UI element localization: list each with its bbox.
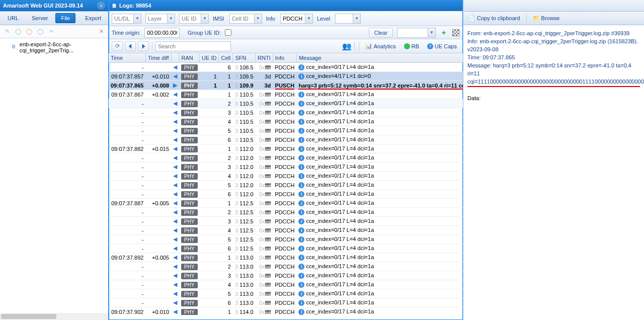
time-origin-input[interactable] (144, 28, 180, 38)
chevron-down-icon[interactable]: ▼ (167, 14, 175, 23)
table-row[interactable]: -◀PHY33 112.00xffffPDCCHicce_index=0/17 … (109, 163, 463, 172)
imsi-label: IMSI (213, 16, 224, 22)
ueid-combo[interactable]: ▼ (179, 14, 209, 24)
search-input[interactable] (155, 41, 231, 51)
col-header[interactable]: Message (296, 53, 463, 63)
tree-item[interactable]: 🗎 enb-export-2-6cc-ap-cqi_trigger_2perTr… (2, 40, 106, 54)
direction-icon: ◀ (173, 227, 177, 233)
main-panel: 🗎 Logs: 98854 ▼ ▼ ▼ IMSI ▼ Info ▼ Level … (109, 0, 463, 320)
table-row[interactable]: -◀PHY53 112.00xffffPDCCHicce_index=0/17 … (109, 181, 463, 190)
level-label: Level (317, 16, 330, 22)
col-header[interactable]: SFN (233, 53, 256, 63)
tab-file[interactable]: File (55, 13, 75, 23)
table-row[interactable]: 09:07:37.882+0.015◀PHY13 112.00xffffPDCC… (109, 144, 463, 153)
log-grid[interactable]: TimeTime diffRANUE IDCellSFNRNTIInfoMess… (109, 53, 463, 315)
circle-green-icon[interactable]: ◯ (14, 28, 22, 36)
col-header[interactable]: RNTI (256, 53, 273, 63)
direction-icon: ◀ (173, 308, 177, 314)
chevron-down-icon[interactable]: ▼ (353, 14, 360, 23)
copy-button[interactable]: 📄Copy to clipboard (465, 14, 523, 23)
tab-server[interactable]: Server (26, 13, 53, 23)
group-ue-checkbox[interactable] (225, 29, 231, 36)
table-row[interactable]: -◀PHY53 110.50xffffPDCCHicce_index=0/17 … (109, 126, 463, 135)
table-row[interactable]: -◀PHY33 110.50xffffPDCCHicce_index=0/17 … (109, 108, 463, 117)
table-row[interactable]: 09:07:37.867+0.002◀PHY13 110.50xffffPDCC… (109, 90, 463, 99)
ran-badge: PHY (181, 246, 198, 252)
table-row[interactable]: -◀PHY23 113.00xffffPDCCHicce_index=0/17 … (109, 262, 463, 271)
info-icon: i (298, 110, 304, 116)
table-row[interactable]: -◀PHY33 112.50xffffPDCCHicce_index=0/17 … (109, 217, 463, 226)
collapse-left-icon[interactable]: ‹ (97, 2, 105, 10)
table-row[interactable]: 09:07:37.865+0.008▶PHY113 109.93dPUSCHha… (109, 81, 463, 90)
table-row[interactable]: -◀PHY43 110.50xffffPDCCHicce_index=0/17 … (109, 117, 463, 126)
circle-blue-icon[interactable]: ◯ (36, 28, 44, 36)
table-row[interactable]: -◀PHY43 112.00xffffPDCCHicce_index=0/17 … (109, 172, 463, 181)
analytics-button[interactable]: 📊Analytics (362, 42, 399, 50)
table-row[interactable]: -◀PHY23 112.00xffffPDCCHicce_index=0/17 … (109, 153, 463, 163)
col-header[interactable]: UE ID (200, 53, 219, 63)
close-icon[interactable]: ✕ (97, 28, 105, 36)
save-combo[interactable]: ▼ (397, 28, 436, 38)
table-row[interactable]: -◀PHY63 113.00xffffPDCCHicce_index=0/17 … (109, 298, 463, 307)
direction-icon: ◀ (173, 254, 177, 260)
col-header[interactable]: Time (109, 53, 145, 63)
uldl-combo[interactable]: ▼ (112, 14, 141, 24)
checker-icon[interactable] (452, 29, 460, 37)
info-icon: i (298, 282, 304, 288)
col-header[interactable] (171, 53, 179, 63)
refresh-icon[interactable]: ⟳ (112, 41, 123, 51)
col-header[interactable]: Time diff (145, 53, 171, 63)
tab-url[interactable]: URL (2, 13, 24, 23)
circle-orange-icon[interactable]: ◯ (25, 28, 33, 36)
table-row[interactable]: 09:07:37.902+0.010◀PHY13 114.00xffffPDCC… (109, 307, 463, 315)
layer-combo[interactable]: ▼ (145, 14, 175, 24)
table-row[interactable]: -◀PHY43 113.00xffffPDCCHicce_index=0/17 … (109, 280, 463, 289)
table-row[interactable]: 09:07:37.887+0.005◀PHY13 112.50xffffPDCC… (109, 199, 463, 208)
ran-badge: PHY (181, 110, 198, 116)
chevron-down-icon[interactable]: ▼ (133, 14, 141, 23)
back-icon[interactable] (125, 41, 136, 51)
info-icon: i (298, 119, 304, 125)
table-row[interactable]: 09:07:37.892+0.005◀PHY13 113.00xffffPDCC… (109, 253, 463, 262)
export-button[interactable]: Export (79, 13, 107, 23)
copy-icon: 📄 (468, 15, 475, 22)
table-row[interactable]: -◀PHY43 112.50xffffPDCCHicce_index=0/17 … (109, 226, 463, 235)
col-header[interactable]: Info (273, 53, 296, 63)
forward-icon[interactable] (138, 41, 149, 51)
rb-button[interactable]: RB (401, 42, 422, 50)
table-row[interactable]: -◀PHY63 112.00xffffPDCCHicce_index=0/17 … (109, 190, 463, 199)
chart-icon: 📊 (365, 43, 372, 49)
hscrollbar[interactable] (0, 313, 109, 320)
chevron-down-icon[interactable]: ▼ (305, 14, 312, 23)
col-header[interactable]: Cell (219, 53, 233, 63)
chevron-down-icon[interactable]: ▼ (254, 14, 262, 23)
info-icon: i (298, 128, 304, 134)
cellid-combo[interactable]: ▼ (229, 14, 262, 24)
chevron-down-icon[interactable]: ▼ (201, 14, 208, 23)
uecaps-button[interactable]: ?UE Caps (424, 42, 460, 50)
table-row[interactable]: -◀PHY63 108.50xffffPDCCHicce_index=0/17 … (109, 63, 463, 72)
table-row[interactable]: -◀PHY23 110.50xffffPDCCHicce_index=0/17 … (109, 99, 463, 108)
browse-button[interactable]: 📁Browse (530, 14, 563, 23)
ran-badge: PHY (181, 182, 198, 189)
direction-icon: ◀ (173, 281, 177, 287)
col-header[interactable]: RAN (179, 53, 200, 63)
direction-icon: ◀ (173, 118, 177, 124)
level-combo[interactable]: ▼ (335, 14, 361, 24)
binoculars-icon[interactable]: 👥 (343, 42, 351, 50)
table-row[interactable]: -◀PHY33 113.00xffffPDCCHicce_index=0/17 … (109, 271, 463, 280)
table-row[interactable]: -◀PHY23 112.50xffffPDCCHicce_index=0/17 … (109, 208, 463, 217)
table-row[interactable]: -◀PHY63 112.50xffffPDCCHicce_index=0/17 … (109, 244, 463, 253)
table-row[interactable]: 09:07:37.857+0.010◀PHY113 109.53dPDCCHic… (109, 72, 463, 81)
table-row[interactable]: -◀PHY53 112.50xffffPDCCHicce_index=0/17 … (109, 235, 463, 244)
plus-icon[interactable]: ＋ (440, 29, 448, 37)
info-combo[interactable]: ▼ (280, 14, 313, 24)
edit-icon[interactable]: ✎ (3, 28, 11, 36)
chevron-down-icon[interactable]: ▼ (428, 28, 435, 37)
tree-item-label: enb-export-2-6cc-ap-cqi_trigger_2perTrig… (20, 41, 104, 53)
cut-icon[interactable]: ✂ (47, 28, 55, 36)
table-row[interactable]: -◀PHY53 113.00xffffPDCCHicce_index=0/17 … (109, 289, 463, 298)
clear-button[interactable]: Clear (369, 28, 393, 38)
direction-icon: ◀ (173, 200, 177, 206)
table-row[interactable]: -◀PHY63 110.50xffffPDCCHicce_index=0/17 … (109, 135, 463, 144)
